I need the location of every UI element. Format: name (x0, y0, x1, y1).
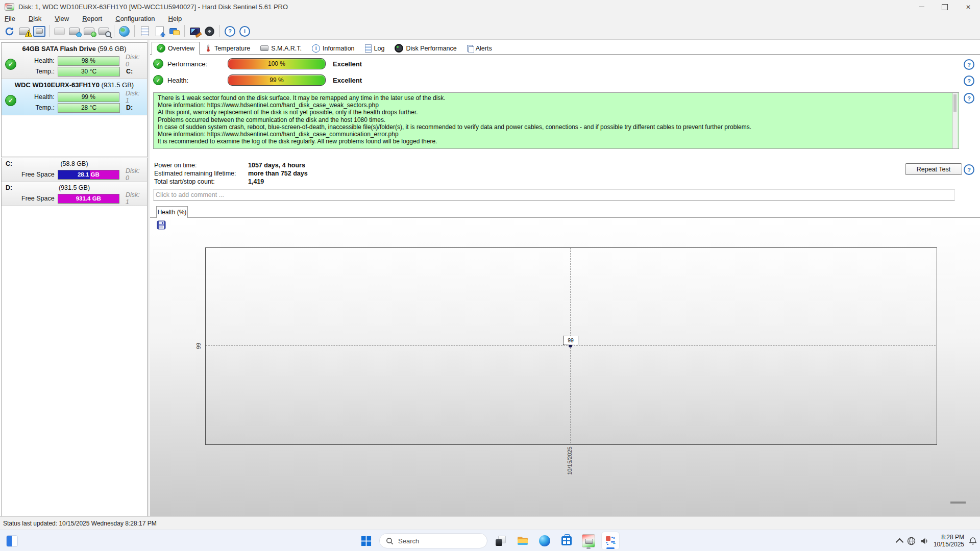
report-button[interactable] (137, 24, 152, 38)
tray-chevron-up-icon[interactable] (896, 538, 904, 546)
toolbar: ? i (0, 23, 980, 40)
message-scrollbar[interactable] (952, 93, 958, 148)
thermometer-icon (205, 44, 212, 52)
speaker-icon (205, 27, 214, 36)
globe-icon (119, 26, 130, 37)
disk-monitor-button[interactable] (32, 24, 46, 38)
file-explorer-button[interactable] (514, 532, 531, 549)
partition-item-c[interactable]: (58.8 GB) C: Free Space 28.1 GB Disk: 0 (2, 158, 147, 182)
tab-smart[interactable]: S.M.A.R.T. (255, 42, 307, 55)
network-button[interactable] (167, 24, 182, 38)
menu-report[interactable]: Report (78, 15, 107, 22)
overview-check-icon: ✓ (157, 44, 165, 53)
partition-letter: C: (6, 160, 12, 167)
taskbar-clock[interactable]: 8:28 PM 10/15/2025 (934, 534, 964, 548)
disk-name: WDC WD10EURX-63FH1Y0 (15, 81, 100, 89)
export-icon (156, 27, 164, 36)
performance-ok-icon: ✓ (153, 59, 163, 69)
settings-button[interactable] (187, 24, 202, 38)
notification-bell-icon[interactable] (969, 537, 977, 545)
active-running-indicator (606, 547, 615, 549)
disk-size: (59.6 GB) (97, 45, 126, 53)
active-app-button[interactable] (602, 532, 619, 549)
performance-row: ✓ Performance: 100 % Excellent (153, 58, 362, 69)
scrollbar-thumb[interactable] (953, 94, 957, 112)
partition-list-panel: (58.8 GB) C: Free Space 28.1 GB Disk: 0 … (1, 158, 148, 517)
health-ok-icon: ✓ (153, 75, 163, 85)
partition-size: (58.8 GB) (2, 160, 147, 167)
clock-date: 10/15/2025 (934, 541, 964, 548)
health-bar: 98 % (58, 56, 119, 66)
health-bar: 99 % (58, 92, 119, 102)
volume-icon[interactable] (920, 537, 929, 545)
disk-ok-button[interactable] (82, 24, 96, 38)
network-icon (169, 27, 180, 35)
tab-log[interactable]: Log (360, 42, 390, 55)
drive-letter: C: (126, 68, 133, 75)
partition-item-d[interactable]: (931.5 GB) D: Free Space 931.4 GB Disk: … (2, 182, 147, 206)
minimize-button[interactable] (910, 0, 933, 14)
partition-letter: D: (6, 184, 12, 191)
menu-disk[interactable]: Disk (24, 15, 46, 22)
chart-tab-health[interactable]: Health (%) (156, 206, 188, 218)
disk-test-button[interactable] (67, 24, 82, 38)
screen: Disk: 1, WDC WD10EURX-63FH1Y0 [WD-WCC1U5… (0, 0, 980, 551)
tab-information[interactable]: i Information (307, 42, 360, 55)
tab-overview[interactable]: ✓ Overview (152, 42, 200, 55)
tab-alerts[interactable]: Alerts (462, 42, 497, 55)
disk-item-1-selected[interactable]: WDC WD10EURX-63FH1Y0 (931.5 GB) ✓ Health… (2, 79, 147, 115)
window-title: Disk: 1, WDC WD10EURX-63FH1Y0 [WD-WCC1U5… (18, 3, 288, 11)
menu-file[interactable]: File (0, 15, 20, 22)
help-test-icon[interactable]: ? (964, 164, 974, 175)
about-button[interactable]: i (237, 24, 252, 38)
repeat-test-button[interactable]: Repeat Test (905, 163, 962, 175)
health-row: ✓ Health: 99 % Excellent (153, 74, 362, 86)
sound-button[interactable] (202, 24, 217, 38)
close-button[interactable]: ✕ (957, 0, 980, 14)
message-line: More information: https://www.hdsentinel… (158, 102, 954, 109)
menu-view[interactable]: View (50, 15, 74, 22)
disk-item-0[interactable]: 64GB SATA Flash Drive (59.6 GB) ✓ Health… (2, 43, 147, 79)
health-bar: 99 % (228, 74, 326, 86)
task-view-icon (496, 536, 506, 546)
message-line: At this point, warranty replacement of t… (158, 109, 954, 116)
help-performance-icon[interactable]: ? (964, 59, 974, 70)
widgets-icon[interactable] (6, 535, 18, 547)
toolbar-separator (184, 25, 185, 37)
disk-analyse-button[interactable] (96, 24, 111, 38)
tab-disk-performance[interactable]: Disk Performance (389, 42, 461, 55)
tab-temperature[interactable]: Temperature (200, 42, 255, 55)
edge-button[interactable] (536, 532, 553, 549)
toolbar-separator (134, 25, 135, 37)
microsoft-store-button[interactable] (558, 532, 575, 549)
health-label: Health: (19, 57, 58, 64)
refresh-button[interactable] (2, 24, 17, 38)
task-view-button[interactable] (492, 532, 509, 549)
disk-alert-button[interactable] (17, 24, 32, 38)
taskbar-search[interactable]: Search (379, 533, 487, 548)
help-button[interactable]: ? (223, 24, 237, 38)
comment-input[interactable] (153, 189, 955, 201)
help-message-icon[interactable]: ? (964, 93, 974, 104)
network-globe-icon[interactable] (907, 537, 916, 545)
disk-disabled-icon (54, 28, 65, 35)
performance-rating: Excellent (333, 60, 362, 68)
performance-bar: 100 % (228, 58, 326, 69)
menu-help[interactable]: Help (164, 15, 187, 22)
chart-scrollbar-grip[interactable] (950, 502, 966, 504)
menu-configuration[interactable]: Configuration (111, 15, 159, 22)
save-chart-button[interactable] (156, 220, 166, 230)
log-icon (365, 44, 372, 53)
online-button[interactable] (117, 24, 132, 38)
smart-icon (260, 45, 268, 51)
export-button[interactable] (152, 24, 167, 38)
disk-monitor-icon (33, 26, 45, 37)
refresh-icon (4, 26, 15, 37)
start-button[interactable] (357, 532, 375, 549)
disk-number: Disk: 1 (126, 191, 145, 206)
maximize-icon (942, 4, 948, 10)
hd-sentinel-app-button[interactable] (580, 532, 597, 549)
maximize-button[interactable] (933, 0, 957, 14)
help-health-icon[interactable]: ? (964, 76, 974, 86)
info-icon: i (239, 26, 250, 37)
